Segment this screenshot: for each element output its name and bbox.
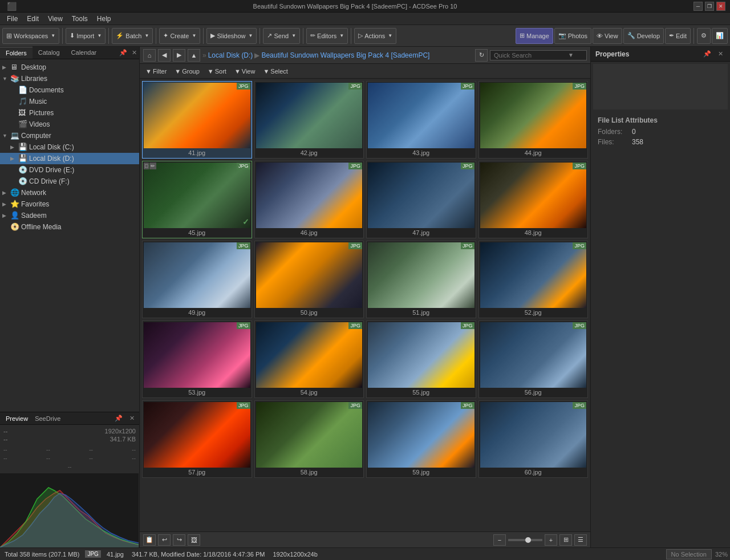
image-cell-45[interactable]: JPG □ ✏ ✓ 45.jpg: [142, 161, 252, 238]
zoom-slider[interactable]: [508, 539, 542, 541]
image-cell-51[interactable]: JPG 51.jpg: [366, 241, 476, 318]
image-cell-42[interactable]: JPG 42.jpg: [254, 81, 364, 159]
tree-item-computer[interactable]: ▼ 💻 Computer: [0, 130, 139, 141]
undo-button[interactable]: ↩: [158, 534, 171, 546]
actions-button[interactable]: ▷ Actions ▼: [354, 28, 396, 44]
tab-preview[interactable]: Preview: [2, 414, 31, 423]
tree-item-documents[interactable]: 📄 Documents: [0, 84, 139, 96]
tree-item-network[interactable]: ▶ 🌐 Network: [0, 187, 139, 198]
develop-icon: 🔧: [627, 32, 635, 39]
search-input[interactable]: [494, 52, 568, 59]
menu-view[interactable]: View: [43, 14, 67, 24]
filter-button[interactable]: ▼ Filter: [143, 67, 169, 76]
image-cell-53[interactable]: JPG 53.jpg: [142, 320, 252, 398]
image-cell-43[interactable]: JPG 43.jpg: [366, 81, 476, 159]
panel-close-button[interactable]: ✕: [129, 48, 139, 58]
batch-button[interactable]: ⚡ Batch ▼: [112, 28, 153, 44]
preview-close-button[interactable]: ✕: [127, 413, 137, 423]
clipboard-button[interactable]: 📋: [143, 534, 156, 546]
up-button[interactable]: ▲: [188, 49, 200, 62]
develop-button[interactable]: 🔧 Develop: [623, 28, 664, 44]
tree-item-favorites[interactable]: ▶ ⭐ Favorites: [0, 198, 139, 210]
settings-button[interactable]: ⚙: [697, 28, 711, 44]
refresh-button[interactable]: ↻: [475, 49, 488, 62]
back-button[interactable]: ◀: [158, 49, 171, 62]
expand-icon: ▼: [2, 133, 10, 139]
image-cell-56[interactable]: JPG 56.jpg: [478, 320, 589, 398]
image-cell-46[interactable]: JPG 46.jpg: [254, 161, 364, 238]
tab-catalog[interactable]: Catalog: [33, 47, 66, 59]
edit-button[interactable]: ✒ Edit: [665, 28, 691, 44]
image-cell-52[interactable]: JPG 52.jpg: [478, 241, 589, 318]
sort-button[interactable]: ▼ Sort: [205, 67, 229, 76]
properties-close-button[interactable]: ✕: [716, 49, 725, 59]
zoom-thumb[interactable]: [525, 537, 531, 543]
view-grid-button[interactable]: ⊞: [559, 534, 572, 546]
manage-button[interactable]: ⊞ Manage: [516, 28, 553, 44]
tree-item-dvd-drive-e[interactable]: 💿 DVD Drive (E:): [0, 164, 139, 176]
image-cell-55[interactable]: JPG 55.jpg: [366, 320, 476, 398]
menu-help[interactable]: Help: [92, 14, 116, 24]
tree-item-desktop[interactable]: ▶ 🖥 Desktop: [0, 62, 139, 73]
image-cell-44[interactable]: JPG 44.jpg: [478, 81, 589, 159]
editors-button[interactable]: ✏ Editors ▼: [306, 28, 348, 44]
view-list-button[interactable]: ☰: [574, 534, 587, 546]
path-bar: ⌂ ◀ ▶ ▲ » Local Disk (D:) ▶ Beautiful Su…: [140, 47, 590, 64]
tab-calendar[interactable]: Calendar: [66, 47, 103, 59]
jpg-badge: JPG: [573, 83, 586, 90]
image-cell-57[interactable]: JPG 57.jpg: [142, 400, 252, 478]
search-dropdown-icon[interactable]: ▼: [568, 52, 574, 58]
slideshow-button[interactable]: ▶ Slideshow ▼: [206, 28, 257, 44]
view-button[interactable]: 👁 View: [593, 28, 622, 44]
photos-button[interactable]: 📷 Photos: [554, 28, 591, 44]
panel-pin-button[interactable]: 📌: [117, 48, 129, 58]
forward-button[interactable]: ▶: [173, 49, 185, 62]
image-cell-48[interactable]: JPG 48.jpg: [478, 161, 589, 238]
group-button[interactable]: ▼ Group: [172, 67, 201, 76]
image-cell-49[interactable]: JPG 49.jpg: [142, 241, 252, 318]
image-cell-58[interactable]: JPG 58.jpg: [254, 400, 364, 478]
home-button[interactable]: ⌂: [143, 49, 156, 62]
menu-file[interactable]: File: [2, 14, 22, 24]
view-filter-button[interactable]: ▼ View: [232, 67, 258, 76]
chart-button[interactable]: 📊: [712, 28, 728, 44]
import-button[interactable]: ⬇ Import ▼: [66, 28, 106, 44]
send-button[interactable]: ↗ Send ▼: [263, 28, 300, 44]
close-button[interactable]: ✕: [716, 2, 725, 11]
properties-pin-button[interactable]: 📌: [701, 49, 713, 59]
restore-button[interactable]: ❐: [705, 2, 714, 11]
image-button[interactable]: 🖼: [188, 534, 200, 546]
zoom-in-button[interactable]: +: [545, 534, 557, 546]
image-cell-59[interactable]: JPG 59.jpg: [366, 400, 476, 478]
image-cell-50[interactable]: JPG 50.jpg: [254, 241, 364, 318]
create-button[interactable]: ✦ Create ▼: [159, 28, 200, 44]
tree-item-cd-drive-f[interactable]: 💿 CD Drive (F:): [0, 176, 139, 187]
image-cell-41[interactable]: JPG 41.jpg: [142, 81, 252, 159]
slideshow-icon: ▶: [210, 32, 215, 39]
tree-item-local-disk-c[interactable]: ▶ 💾 Local Disk (C:): [0, 141, 139, 153]
path-local-disk[interactable]: Local Disk (D:): [208, 51, 253, 59]
menu-edit[interactable]: Edit: [22, 14, 43, 24]
tree-item-music[interactable]: 🎵 Music: [0, 96, 139, 107]
tree-item-offline-media[interactable]: 📀 Offline Media: [0, 221, 139, 233]
tree-item-videos[interactable]: 🎬 Videos: [0, 119, 139, 130]
preview-pin-button[interactable]: 📌: [112, 413, 125, 423]
image-cell-60[interactable]: JPG 60.jpg: [478, 400, 589, 478]
tab-folders[interactable]: Folders: [0, 47, 33, 59]
menu-tools[interactable]: Tools: [67, 14, 92, 24]
tree-item-libraries[interactable]: ▼ 📚 Libraries: [0, 73, 139, 84]
image-cell-54[interactable]: JPG 54.jpg: [254, 320, 364, 398]
path-folder[interactable]: Beautiful Sundown Wallpapers Big Pack 4 …: [261, 51, 429, 59]
redo-button[interactable]: ↪: [173, 534, 185, 546]
batch-icon: ⚡: [116, 32, 124, 39]
tree-item-pictures[interactable]: 🖼 Pictures: [0, 107, 139, 119]
workspaces-button[interactable]: ⊞ Workspaces ▼: [2, 28, 59, 44]
tree-item-sadeem[interactable]: ▶ 👤 Sadeem: [0, 210, 139, 221]
tab-seedrive[interactable]: SeeDrive: [31, 414, 64, 423]
select-button[interactable]: ▼ Select: [261, 67, 290, 76]
image-cell-47[interactable]: JPG 47.jpg: [366, 161, 476, 238]
minimize-button[interactable]: ─: [694, 2, 703, 11]
search-box[interactable]: ▼: [490, 50, 587, 60]
zoom-out-button[interactable]: −: [493, 534, 506, 546]
tree-item-local-disk-d[interactable]: ▶ 💾 Local Disk (D:): [0, 153, 139, 164]
